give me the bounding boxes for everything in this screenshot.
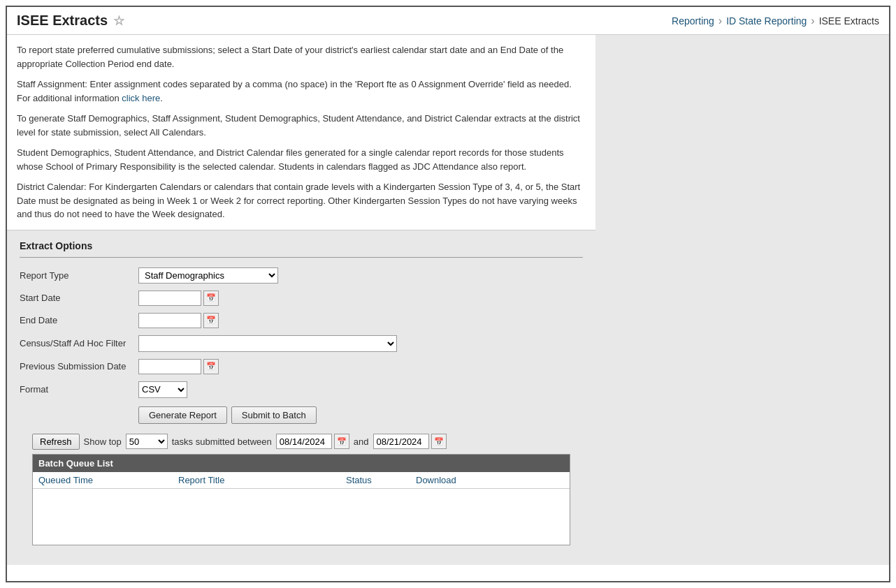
title-text: ISEE Extracts [17, 13, 108, 29]
batch-start-date-wrap: 📅 [276, 434, 349, 449]
submit-to-batch-button[interactable]: Submit to Batch [231, 406, 317, 424]
calendar-icon-prev: 📅 [206, 362, 216, 371]
start-date-input[interactable] [138, 291, 201, 306]
col-status[interactable]: Status [346, 475, 416, 485]
extract-options-section: Extract Options Report Type Staff Demogr… [7, 230, 595, 565]
breadcrumb-current: ISEE Extracts [819, 15, 879, 27]
batch-queue-header: Batch Queue List [33, 455, 570, 472]
batch-controls: Refresh Show top 10 25 50 100 tasks subm… [32, 434, 570, 450]
start-date-wrap: 📅 [138, 291, 219, 306]
prev-submission-input[interactable] [138, 359, 201, 374]
breadcrumb: Reporting › ID State Reporting › ISEE Ex… [672, 15, 879, 27]
extract-options-title: Extract Options [20, 240, 583, 251]
calendar-icon: 📅 [206, 293, 216, 302]
calendar-icon-batch-end: 📅 [434, 437, 444, 446]
end-date-label: End Date [20, 315, 138, 325]
main-panel: To report state preferred cumulative sub… [7, 35, 595, 565]
info-para-5: District Calendar: For Kindergarten Cale… [17, 180, 586, 221]
action-buttons: Generate Report Submit to Batch [20, 406, 583, 424]
batch-queue-table: Batch Queue List Queued Time Report Titl… [32, 454, 570, 545]
favorite-icon[interactable]: ☆ [113, 13, 124, 29]
batch-end-date-wrap: 📅 [373, 434, 447, 449]
show-top-label: Show top [84, 436, 122, 447]
format-label: Format [20, 384, 138, 395]
section-divider [20, 257, 583, 258]
report-type-label: Report Type [20, 270, 138, 281]
breadcrumb-reporting[interactable]: Reporting [672, 15, 714, 27]
batch-column-headers: Queued Time Report Title Status Download [33, 472, 570, 489]
breadcrumb-sep-2: › [811, 15, 814, 27]
col-download: Download [416, 475, 564, 485]
batch-queue-body [33, 489, 570, 545]
format-select[interactable]: CSV XML HTML [138, 381, 187, 398]
adhoc-filter-row: Census/Staff Ad Hoc Filter [20, 335, 583, 352]
calendar-icon-batch-start: 📅 [337, 437, 347, 446]
prev-submission-row: Previous Submission Date 📅 [20, 359, 583, 374]
info-para-1: To report state preferred cumulative sub… [17, 43, 586, 71]
start-date-label: Start Date [20, 293, 138, 303]
info-section: To report state preferred cumulative sub… [7, 35, 595, 230]
prev-submission-calendar-btn[interactable]: 📅 [203, 359, 219, 374]
and-label: and [354, 436, 369, 447]
tasks-label: tasks submitted between [172, 436, 272, 447]
main-content: To report state preferred cumulative sub… [7, 35, 889, 565]
batch-start-date-input[interactable] [276, 434, 332, 449]
info-para-4: Student Demographics, Student Attendance… [17, 146, 586, 173]
refresh-button[interactable]: Refresh [32, 434, 80, 450]
adhoc-filter-label: Census/Staff Ad Hoc Filter [20, 338, 138, 348]
end-date-wrap: 📅 [138, 313, 219, 328]
info-para-2: Staff Assignment: Enter assignment codes… [17, 78, 586, 105]
report-type-row: Report Type Staff Demographics Staff Ass… [20, 267, 583, 284]
page-title: ISEE Extracts ☆ [17, 13, 124, 29]
prev-submission-wrap: 📅 [138, 359, 219, 374]
generate-report-button[interactable]: Generate Report [138, 406, 227, 424]
format-row: Format CSV XML HTML [20, 381, 583, 398]
info-para-3: To generate Staff Demographics, Staff As… [17, 112, 586, 139]
info-staff-assignment-text: Staff Assignment: Enter assignment codes… [17, 79, 572, 103]
show-top-select[interactable]: 10 25 50 100 [126, 434, 168, 449]
end-date-input[interactable] [138, 313, 201, 328]
right-sidebar [595, 35, 889, 565]
batch-end-date-cal-btn[interactable]: 📅 [431, 434, 447, 449]
prev-submission-label: Previous Submission Date [20, 361, 138, 372]
calendar-icon-end: 📅 [206, 316, 216, 325]
col-report-title[interactable]: Report Title [178, 475, 346, 485]
start-date-row: Start Date 📅 [20, 291, 583, 306]
col-queued-time[interactable]: Queued Time [38, 475, 178, 485]
batch-end-date-input[interactable] [373, 434, 429, 449]
end-date-calendar-btn[interactable]: 📅 [203, 313, 219, 328]
report-type-select[interactable]: Staff Demographics Staff Assignment Stud… [138, 267, 278, 284]
breadcrumb-id-state-reporting[interactable]: ID State Reporting [726, 15, 807, 27]
end-date-row: End Date 📅 [20, 313, 583, 328]
breadcrumb-sep-1: › [718, 15, 722, 27]
page-header: ISEE Extracts ☆ Reporting › ID State Rep… [7, 7, 889, 35]
adhoc-filter-select[interactable] [138, 335, 397, 352]
start-date-calendar-btn[interactable]: 📅 [203, 291, 219, 306]
click-here-link[interactable]: click here [122, 93, 160, 103]
batch-start-date-cal-btn[interactable]: 📅 [334, 434, 349, 449]
batch-area: Refresh Show top 10 25 50 100 tasks subm… [20, 434, 583, 555]
